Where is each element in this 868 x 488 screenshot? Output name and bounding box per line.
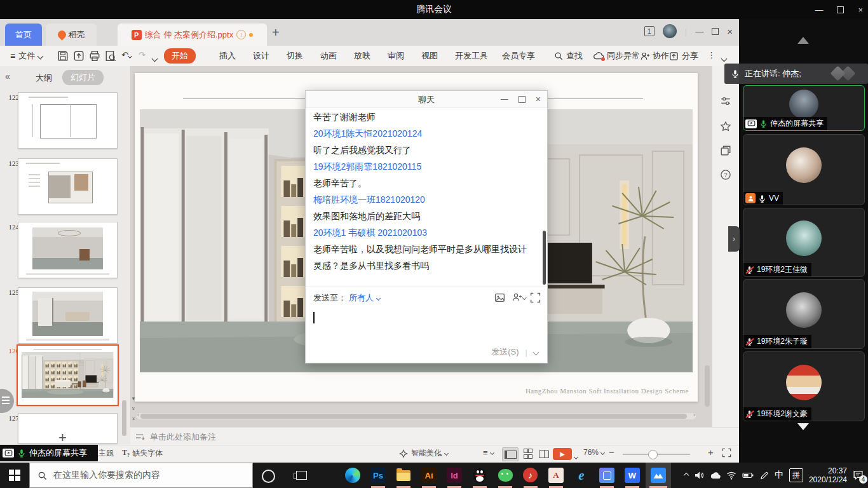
save-icon[interactable]: [57, 50, 69, 62]
favorites-star-icon[interactable]: [720, 121, 731, 132]
participant-tile[interactable]: VV: [743, 134, 865, 205]
export-pdf-icon[interactable]: [73, 50, 85, 62]
notes-bar[interactable]: 单击此处添加备注: [130, 427, 739, 445]
zoom-out-button[interactable]: −: [609, 447, 614, 458]
undo-button[interactable]: ↶: [121, 50, 132, 60]
scroll-down-button[interactable]: ▾: [129, 394, 138, 403]
chat-minimize-button[interactable]: —: [501, 95, 508, 104]
ribbon-tab-transition[interactable]: 切换: [287, 50, 303, 62]
screenshot-icon[interactable]: [530, 292, 541, 303]
more-menu-button[interactable]: ⋮: [707, 50, 715, 60]
zoom-in-button[interactable]: +: [708, 447, 714, 458]
chat-sender[interactable]: 20环境1 韦硕棋 2021020103: [313, 224, 529, 241]
more-quick-actions[interactable]: [153, 53, 157, 63]
slide-thumbnail-124[interactable]: [18, 222, 118, 278]
redo-button[interactable]: ↷: [139, 50, 146, 60]
outline-tab[interactable]: 大纲: [36, 72, 52, 84]
normal-view-button[interactable]: [502, 447, 519, 461]
slides-tab[interactable]: 幻灯片: [62, 70, 104, 85]
expand-notes-arrow[interactable]: [438, 451, 442, 459]
wps-office-icon[interactable]: W: [625, 468, 640, 483]
taskbar-clock[interactable]: 20:37 2020/12/24: [809, 466, 847, 484]
tencent-meeting-icon[interactable]: [651, 468, 666, 483]
internet-explorer-icon[interactable]: e: [574, 468, 589, 483]
participant-tile[interactable]: 19环境2王佳微: [743, 208, 865, 277]
new-tab-button[interactable]: +: [272, 25, 280, 40]
wps-maximize-button[interactable]: [712, 28, 719, 35]
ime-mode-badge[interactable]: 拼: [789, 468, 803, 482]
help-icon[interactable]: [720, 169, 731, 180]
chat-close-button[interactable]: ×: [536, 94, 541, 104]
ribbon-tab-devtools[interactable]: 开发工具: [455, 50, 488, 62]
ribbon-tab-slideshow[interactable]: 放映: [354, 50, 370, 62]
chat-sender[interactable]: 梅培胜环境一班1821020120: [313, 191, 529, 208]
autocad-icon[interactable]: A: [548, 468, 564, 483]
taskbar-search-box[interactable]: 在这里输入你要搜索的内容: [29, 463, 253, 488]
send-image-icon[interactable]: [494, 292, 505, 303]
ribbon-tab-insert[interactable]: 插入: [219, 50, 236, 62]
vertical-scroll-thumb[interactable]: [705, 365, 710, 407]
task-view-icon[interactable]: [294, 468, 309, 483]
file-menu[interactable]: ≡文件: [10, 50, 43, 62]
illustrator-icon[interactable]: Ai: [421, 468, 437, 483]
zoom-slider-knob[interactable]: [648, 450, 658, 459]
slide-thumbnail-127[interactable]: [18, 413, 118, 444]
slide-thumbnail-123[interactable]: [18, 158, 118, 215]
sidebar-collapse-handle[interactable]: ›: [728, 226, 740, 252]
slide-thumbnail-126-selected[interactable]: [17, 344, 119, 406]
send-to-selector[interactable]: 所有人: [349, 292, 380, 304]
meeting-minimize-button[interactable]: —: [815, 5, 823, 15]
properties-sliders-icon[interactable]: [720, 95, 731, 107]
zoom-level[interactable]: 76%: [583, 448, 604, 457]
photos-app-icon[interactable]: [599, 468, 614, 483]
wps-home-tab[interactable]: 首页: [5, 24, 42, 46]
ribbon-tab-start[interactable]: 开始: [164, 48, 196, 64]
theme-label[interactable]: 主题: [98, 448, 114, 459]
wechat-icon[interactable]: [498, 468, 513, 483]
print-icon[interactable]: [89, 50, 100, 62]
play-slideshow-button[interactable]: ▶: [553, 448, 572, 460]
window-count-badge[interactable]: 1: [644, 26, 654, 36]
previous-slide-button[interactable]: »: [129, 404, 138, 413]
fit-to-window-icon[interactable]: [722, 448, 731, 458]
slide-thumbnail-122[interactable]: [18, 92, 118, 149]
vertical-scrollbar[interactable]: [704, 73, 710, 429]
zoom-slider[interactable]: [623, 454, 690, 455]
notes-placeholder[interactable]: 单击此处添加备注: [150, 431, 216, 443]
wps-docer-tab[interactable]: 稻壳: [46, 24, 97, 46]
missing-font-indicator[interactable]: T?缺失字体: [122, 448, 163, 459]
wps-minimize-button[interactable]: —: [695, 27, 703, 36]
wps-account-avatar[interactable]: [663, 24, 677, 38]
slide-thumbnail-125[interactable]: [18, 287, 118, 344]
cortana-icon[interactable]: [262, 470, 275, 483]
print-preview-icon[interactable]: [105, 50, 116, 62]
chat-sender[interactable]: 19环境2郭雨霏1821020115: [313, 158, 529, 175]
participant-tile[interactable]: 19环境2朱子璇: [743, 279, 865, 349]
send-button[interactable]: 发送(S): [491, 346, 519, 358]
start-button[interactable]: [0, 463, 29, 488]
notes-toggle-button[interactable]: ≡: [483, 448, 494, 458]
participant-tile-screen-share[interactable]: 仲杰的屏幕共享: [743, 85, 865, 131]
ribbon-tab-view[interactable]: 视图: [421, 50, 438, 62]
ribbon-tab-review[interactable]: 审阅: [388, 50, 404, 62]
chat-sender[interactable]: 20环境1陈天恒2021020124: [313, 125, 529, 142]
edge-icon[interactable]: [345, 468, 360, 483]
volume-icon[interactable]: [694, 470, 704, 480]
collapse-pane-button[interactable]: «: [5, 71, 10, 81]
duplicate-icon[interactable]: [720, 145, 731, 156]
find-button[interactable]: 查找: [554, 50, 583, 62]
input-language-indicator[interactable]: 中: [775, 470, 783, 481]
reading-view-button[interactable]: [536, 447, 552, 460]
share-button[interactable]: 分享: [669, 50, 698, 62]
floating-panel-button[interactable]: [0, 389, 14, 413]
wifi-icon[interactable]: [726, 470, 736, 480]
add-slide-button[interactable]: +: [58, 430, 67, 446]
chat-maximize-button[interactable]: [519, 96, 526, 103]
show-hidden-icons-chevron[interactable]: [684, 473, 689, 478]
qq-icon[interactable]: [472, 468, 487, 483]
slide-sorter-button[interactable]: [520, 447, 535, 460]
scroll-participants-down-button[interactable]: [797, 423, 809, 430]
scroll-participants-up-button[interactable]: [797, 37, 809, 44]
horizontal-scroll-thumb[interactable]: [140, 414, 687, 419]
horizontal-scrollbar[interactable]: ‹ ›: [137, 413, 696, 419]
